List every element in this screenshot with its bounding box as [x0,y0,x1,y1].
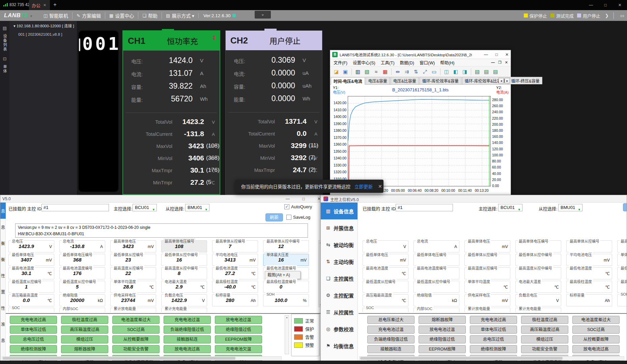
sidebar-item-主控属性[interactable]: ❏主控属性 [321,270,358,287]
save-icon[interactable]: ▣ [341,68,349,76]
sidebar-item-clipped[interactable]: 准 [0,316,6,332]
alarm-button[interactable]: 充电电池过温 [164,316,211,324]
zoom-y-icon[interactable]: ⇅ [412,68,420,76]
mdi-restore-icon[interactable]: ❐ [498,60,502,65]
zoom-fit-icon[interactable]: ⤢ [421,68,429,76]
alarm-button[interactable]: 负端绝缘阻值过低 [164,326,211,334]
alarm-button[interactable]: 总电压差过大 [367,316,415,324]
mdi-min-icon[interactable]: — [491,60,495,65]
master-select-dropdown[interactable]: BCU01▼ [498,204,522,211]
alarm-button[interactable]: 充电电池过温 [367,326,415,334]
alarm-button[interactable]: 放电电流过高 [572,345,620,353]
alarm-scrollbar[interactable]: ▲ [285,315,289,354]
alarm-button[interactable]: 接触器粘连 [367,345,415,353]
sidebar-item-从控属性[interactable]: ☰从控属性 [321,304,358,321]
toolbar-minimize-icon[interactable]: ▭ [620,13,624,18]
curve-icon[interactable]: ≈ [372,68,380,76]
alarm-button[interactable]: 绝缘检测故障 [10,345,57,353]
alarm-button[interactable]: 单体电压过低 [470,326,517,334]
open-file-icon[interactable]: ◪ [332,68,340,76]
alarm-button[interactable]: 充电电流过高 [470,316,517,324]
alarm-button[interactable]: 负端绝缘阻值过低 [367,335,415,343]
zoom-x-icon[interactable]: ⇹ [394,68,402,76]
sidebar-item-clipped[interactable]: 性 [0,267,6,283]
chart-tab-5[interactable]: 循环-终压&容量 [509,77,542,84]
split-2-icon[interactable]: ◫ [443,68,451,76]
sidebar-item-clipped[interactable]: 置 [0,283,6,300]
toolbar-item-展示方式 ▾[interactable]: ▤展示方式 ▾ [162,12,198,19]
alarm-button[interactable]: 电池温度差过大 [572,316,620,324]
alarm-button[interactable]: 绝缘检测故障 [470,345,517,353]
menu-文件(F)[interactable]: 文件(F) [334,59,347,66]
alarm-button[interactable]: SOC过高 [572,326,620,334]
sidebar-item-并簇信息[interactable]: ⊞并簇信息 [321,219,358,236]
bms-left-titlebar[interactable]: V5.0 — □ ✕ [0,195,324,203]
device-list-vertical-label[interactable]: 设备列表 [2,34,7,52]
new-tab-button[interactable]: + [53,1,57,8]
refresh-button[interactable]: 刷新 [623,203,627,211]
alarm-button[interactable]: 极柱温度过高 [61,316,108,324]
alarm-button[interactable]: 放电电池过温 [419,326,466,334]
toolbar-item-智能联机[interactable]: ◫智能联机 [39,12,72,19]
horizontal-scrollbar[interactable] [2,356,282,360]
alarm-button[interactable]: EEPROM故障 [419,345,466,353]
sidebar-item-设备信息[interactable]: ▥设备信息 [321,203,358,219]
remote-toolbar-collapse-button[interactable]: ⌄ [255,11,271,19]
bms-left-minimize-icon[interactable]: — [286,195,290,203]
zoom-in-icon[interactable]: ⇉ [403,68,411,76]
alarm-button[interactable]: SOC过高 [112,326,160,334]
alarm-button[interactable]: 功能安全告警 [112,345,160,353]
scrollbar-thumb[interactable] [360,357,563,360]
alarm-button[interactable]: 高压箱温度过高 [61,326,108,334]
sidebar-item-主动均衡[interactable]: ⇅主动均衡 [321,253,358,270]
sidebar-item-clipped[interactable]: 衡 [0,251,6,267]
menu-设置中心(S)[interactable]: 设置中心(S) [353,59,375,66]
tab-scroll-left-icon[interactable]: ◂ [498,78,504,83]
sidebar-item-clipped[interactable]: 息 [0,219,6,235]
tab-office[interactable]: 办公 ✕ [29,0,50,10]
alarm-button[interactable]: 绝缘阻值过低 [419,335,466,343]
channel-header[interactable]: CH1恒功率充▼▼ [123,31,220,51]
channel-dropdown-icon[interactable]: ▼▼ [212,36,216,41]
cell-vertical-label[interactable]: 单体 [2,65,7,73]
master-select-dropdown[interactable]: BCU01▼ [133,204,157,211]
alarm-button[interactable]: 绝缘阻值过低 [215,326,262,334]
alarm-button[interactable]: 模组过压 [61,335,108,343]
alarm-button[interactable]: 接触器粘连 [164,335,211,343]
tree-item[interactable]: 001 [ 20230621001,v8.8 ] [9,30,77,38]
chart-minimize-icon[interactable]: — [484,50,488,59]
split-left-icon[interactable]: ◧ [452,68,460,76]
bms-left-maximize-icon[interactable]: □ [302,195,305,203]
minimize-icon[interactable]: — [584,0,598,10]
alarm-button[interactable]: 熔断器故障 [61,345,108,353]
zoom-box-icon[interactable]: ▭ [430,68,438,76]
maximize-icon[interactable]: □ [598,0,613,10]
tree-item[interactable]: ▾ 192.168.1.80:8000-12000 [ 连接 ] [9,21,77,30]
table-view-2-icon[interactable]: ▤ [482,68,490,76]
table-view-1-icon[interactable]: ▤ [473,68,481,76]
alarm-button[interactable]: 功能安全告警 [521,345,568,353]
alarm-button[interactable]: 总电压过低 [10,335,57,343]
tab-scroll-right-icon[interactable]: ▸ [505,78,510,83]
alarm-button[interactable]: 电池温度差过大 [112,316,160,324]
sidebar-item-参数校准[interactable]: ◎参数校准 [321,321,358,337]
alarm-button[interactable]: 放电电池过温 [215,316,262,324]
tab-close-icon[interactable]: ✕ [43,3,46,7]
chart-tab-1[interactable]: 电压&容量 [366,77,390,84]
scroll-up-icon[interactable]: ▲ [285,316,289,318]
toolbar-item-帮助[interactable]: ❏帮助 [138,12,162,19]
lock-icon[interactable]: ⊡ [0,56,9,61]
alarm-button[interactable]: 总电压过低 [470,335,517,343]
menu-工具(T)[interactable]: 工具(T) [381,59,395,66]
menu-窗口(W)[interactable]: 窗口(W) [420,59,435,66]
alarm-button[interactable]: 高压箱温度过高 [521,326,568,334]
sidebar-item-被动均衡[interactable]: ⇆被动均衡 [321,236,358,253]
slave-select-dropdown[interactable]: BMU01▼ [558,204,582,211]
export-device-icon[interactable]: ▥ [354,68,362,76]
menu-帮助(H)[interactable]: 帮助(H) [440,59,454,66]
table-view-3-icon[interactable]: ▤ [491,68,500,76]
refresh-button[interactable]: 刷新 [265,213,283,221]
bms-right-titlebar[interactable]: 主控上位机V5.0 [321,195,627,203]
alarm-button[interactable]: 放电电流过高 [164,345,211,353]
alarm-button[interactable]: EEPROM故障 [215,335,262,343]
